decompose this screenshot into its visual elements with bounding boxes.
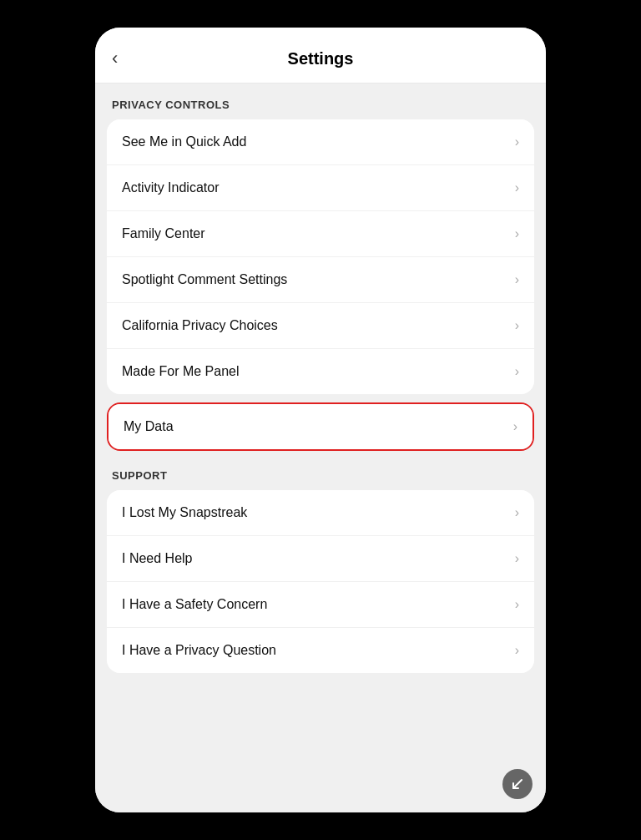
menu-item-safety-concern[interactable]: I Have a Safety Concern › [107, 582, 534, 628]
collapse-button[interactable] [502, 769, 532, 799]
menu-item-privacy-question[interactable]: I Have a Privacy Question › [107, 628, 534, 673]
chevron-icon: › [515, 318, 519, 333]
chevron-icon: › [515, 226, 519, 241]
menu-item-see-me-quick-add[interactable]: See Me in Quick Add › [107, 119, 534, 165]
chevron-icon: › [515, 597, 519, 612]
menu-item-spotlight-comment-settings[interactable]: Spotlight Comment Settings › [107, 257, 534, 303]
chevron-icon: › [515, 364, 519, 379]
chevron-icon: › [515, 551, 519, 566]
collapse-icon [510, 777, 525, 792]
menu-item-family-center[interactable]: Family Center › [107, 211, 534, 257]
support-section: SUPPORT I Lost My Snapstreak › I Need He… [95, 454, 546, 673]
chevron-icon: › [515, 180, 519, 195]
my-data-item-highlighted[interactable]: My Data › [107, 402, 534, 451]
chevron-icon: › [513, 419, 517, 434]
chevron-icon: › [515, 643, 519, 658]
menu-item-lost-snapstreak[interactable]: I Lost My Snapstreak › [107, 490, 534, 536]
content: PRIVACY CONTROLS See Me in Quick Add › A… [95, 83, 546, 812]
privacy-controls-section-header: PRIVACY CONTROLS [95, 83, 546, 119]
page-title: Settings [288, 49, 354, 68]
menu-item-activity-indicator[interactable]: Activity Indicator › [107, 165, 534, 211]
support-card: I Lost My Snapstreak › I Need Help › I H… [107, 490, 534, 673]
chevron-icon: › [515, 505, 519, 520]
menu-item-california-privacy-choices[interactable]: California Privacy Choices › [107, 303, 534, 349]
support-section-header: SUPPORT [95, 454, 546, 490]
menu-item-my-data[interactable]: My Data › [109, 404, 532, 449]
privacy-controls-card: See Me in Quick Add › Activity Indicator… [107, 119, 534, 394]
phone-container: ‹ Settings PRIVACY CONTROLS See Me in Qu… [0, 0, 641, 840]
menu-item-made-for-me-panel[interactable]: Made For Me Panel › [107, 349, 534, 394]
back-button[interactable]: ‹ [112, 44, 124, 73]
chevron-icon: › [515, 134, 519, 149]
svg-line-0 [513, 780, 522, 788]
screen: ‹ Settings PRIVACY CONTROLS See Me in Qu… [95, 28, 546, 812]
header: ‹ Settings [95, 28, 546, 83]
chevron-icon: › [515, 272, 519, 287]
menu-item-need-help[interactable]: I Need Help › [107, 536, 534, 582]
